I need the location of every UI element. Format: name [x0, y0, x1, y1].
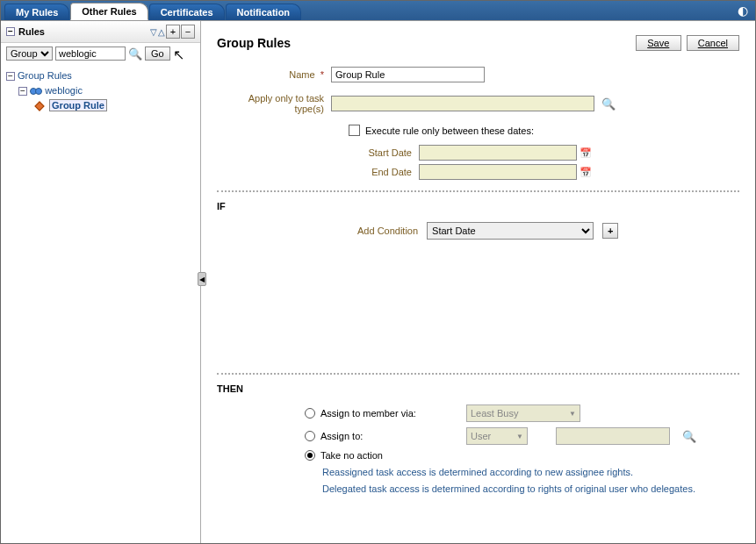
rule-icon [34, 101, 44, 111]
sidebar-title: Rules [18, 26, 45, 37]
required-indicator: * [320, 69, 324, 80]
info-text-2: Delegated task access is determined acco… [322, 483, 739, 496]
lookup-task-type-icon[interactable]: 🔍 [601, 97, 616, 111]
tree-root-label[interactable]: Group Rules [18, 70, 72, 81]
name-input[interactable] [331, 67, 485, 82]
filter-value-input[interactable] [55, 47, 126, 61]
add-condition-label: Add Condition [357, 225, 418, 236]
cancel-button[interactable]: Cancel [687, 35, 739, 51]
splitter-handle[interactable]: ◀ [198, 272, 206, 286]
remove-rule-button[interactable]: − [181, 25, 195, 39]
assign-member-label: Assign to member via: [320, 408, 461, 419]
least-busy-option: Least Busy [471, 408, 518, 419]
tab-other-rules[interactable]: Other Rules [70, 3, 148, 20]
date-restriction-block: Execute rule only between these dates: S… [349, 125, 739, 180]
start-date-picker-icon[interactable]: 📅 [579, 146, 593, 160]
filter-type-select[interactable]: Group [6, 47, 53, 61]
assign-to-value-input [556, 427, 670, 445]
lookup-assignee-icon[interactable]: 🔍 [682, 430, 696, 443]
app-menu-icon[interactable]: ◐ [738, 4, 748, 18]
collapse-all-icon[interactable]: △ [158, 27, 165, 37]
add-condition-row: Add Condition Start Date + [357, 222, 739, 240]
chevron-down-icon: ▼ [516, 433, 523, 440]
start-date-label: Start Date [349, 147, 419, 158]
end-date-label: End Date [349, 167, 419, 177]
divider [217, 190, 739, 192]
tree-group[interactable]: − weblogic [18, 83, 195, 97]
name-label: Name [289, 69, 314, 80]
apply-row: Apply only to task type(s) 🔍 [217, 93, 739, 114]
tab-notification[interactable]: Notification [226, 4, 302, 20]
add-rule-button[interactable]: + [166, 25, 180, 39]
if-title: IF [217, 201, 739, 211]
name-row: Name * [217, 67, 739, 82]
tree-rule[interactable]: Group Rule [36, 98, 195, 112]
expand-icon[interactable]: − [18, 87, 27, 96]
tree-group-label[interactable]: weblogic [45, 85, 83, 96]
assign-to-row: Assign to: User ▼ 🔍 [305, 427, 739, 445]
sidebar-header: − Rules ▽ △ + − [1, 21, 200, 43]
tree-rule-label[interactable]: Group Rule [49, 99, 107, 111]
assign-member-radio[interactable] [305, 408, 315, 419]
condition-select[interactable]: Start Date [427, 222, 594, 240]
task-type-input[interactable] [331, 96, 594, 111]
then-block: Assign to member via: Least Busy ▼ Assig… [305, 404, 739, 496]
page-title: Group Rules [217, 36, 291, 50]
end-date-picker-icon[interactable]: 📅 [579, 165, 593, 179]
assign-to-type-select: User ▼ [466, 427, 528, 445]
search-icon[interactable]: 🔍 [128, 47, 142, 61]
divider [217, 373, 739, 375]
then-title: THEN [217, 383, 739, 394]
end-date-input[interactable] [419, 164, 577, 180]
chevron-down-icon: ▼ [569, 410, 576, 418]
assign-member-select: Least Busy ▼ [466, 404, 580, 422]
tab-bar: My Rules Other Rules Certificates Notifi… [1, 1, 755, 20]
tab-my-rules[interactable]: My Rules [4, 4, 69, 20]
go-button[interactable]: Go [145, 47, 170, 61]
rules-tree: − Group Rules − weblogic Group Rule [1, 64, 200, 543]
no-action-label: Take no action [320, 450, 383, 461]
tree-root[interactable]: − Group Rules [6, 68, 195, 82]
group-icon [30, 87, 42, 96]
start-date-input[interactable] [419, 145, 577, 161]
expand-all-icon[interactable]: ▽ [150, 27, 157, 37]
apply-label: Apply only to task type(s) [217, 93, 331, 114]
execute-dates-checkbox[interactable] [349, 125, 360, 136]
user-option: User [471, 431, 491, 441]
execute-dates-label: Execute rule only between these dates: [365, 125, 534, 136]
execute-dates-row: Execute rule only between these dates: [349, 125, 739, 136]
assign-to-label: Assign to: [320, 431, 461, 441]
content-pane: Group Rules Save Cancel Name * Apply onl… [201, 21, 755, 543]
sidebar: − Rules ▽ △ + − Group 🔍 Go − Group Rules [1, 21, 201, 543]
no-action-radio[interactable] [305, 450, 315, 461]
content-header: Group Rules Save Cancel [217, 35, 739, 51]
assign-to-radio[interactable] [305, 431, 315, 441]
assign-member-row: Assign to member via: Least Busy ▼ [305, 404, 739, 422]
no-action-row: Take no action [305, 450, 739, 461]
info-text-1: Reassigned task access is determined acc… [322, 466, 739, 479]
main-area: − Rules ▽ △ + − Group 🔍 Go − Group Rules [1, 20, 755, 543]
add-condition-button[interactable]: + [602, 223, 618, 239]
search-row: Group 🔍 Go [1, 43, 200, 64]
save-button[interactable]: Save [636, 35, 681, 51]
collapse-panel-icon[interactable]: − [6, 27, 15, 36]
tab-certificates[interactable]: Certificates [149, 4, 225, 20]
expand-icon[interactable]: − [6, 72, 15, 81]
